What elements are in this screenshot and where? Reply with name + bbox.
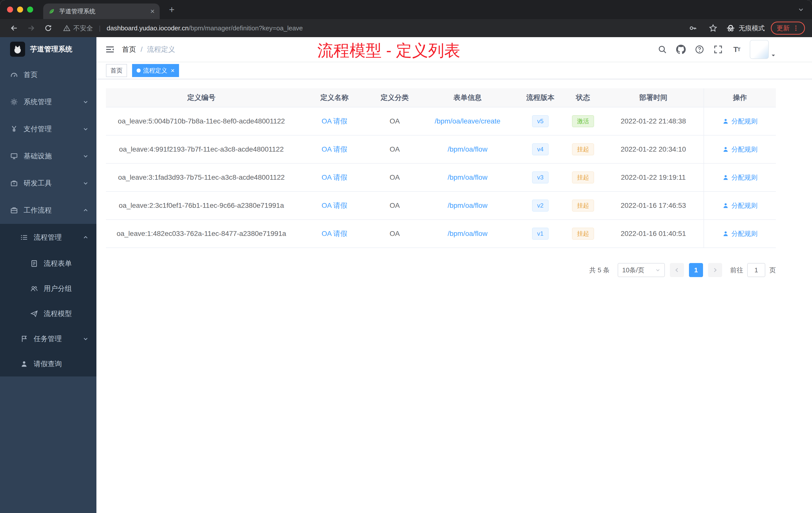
form-link[interactable]: /bpm/oa/flow (448, 145, 488, 153)
status-tag: 挂起 (572, 172, 594, 183)
page-number-button[interactable]: 1 (689, 263, 703, 277)
pagination-total: 共 5 条 (589, 266, 610, 275)
chevron-down-icon (83, 99, 88, 105)
url-host: dashboard.yudao.iocoder.cn (107, 24, 189, 32)
form-link[interactable]: /bpm/oa/flow (448, 174, 488, 181)
url-path: /bpm/manager/definition?key=oa_leave (188, 24, 303, 32)
sidebar-item-home[interactable]: 首页 (0, 61, 96, 88)
cell-version: v2 (518, 192, 563, 219)
sidebar-item-label: 支付管理 (24, 124, 52, 134)
fullscreen-icon[interactable] (713, 44, 724, 55)
infra-icon (10, 152, 18, 160)
new-tab-button[interactable]: + (165, 2, 179, 17)
search-icon[interactable] (657, 44, 668, 55)
sidebar-item-process-management[interactable]: 流程管理 (0, 224, 96, 251)
avatar[interactable] (750, 40, 769, 59)
column-header: 操作 (703, 88, 776, 107)
assign-rule-link[interactable]: 分配规则 (722, 230, 757, 238)
assign-rule-link[interactable]: 分配规则 (722, 145, 757, 154)
status-tag: 挂起 (572, 200, 594, 212)
page-size-select[interactable]: 10条/页 (618, 263, 665, 277)
definition-name-link[interactable]: OA 请假 (322, 145, 348, 154)
sidebar-item-payment[interactable]: 支付管理 (0, 116, 96, 143)
version-tag: v2 (532, 200, 548, 212)
close-window-button[interactable] (7, 6, 13, 12)
incognito-badge: 无痕模式 (726, 24, 765, 33)
definition-name-link[interactable]: OA 请假 (322, 173, 348, 182)
cell-form-info: /bpm/oa/leave/create (417, 108, 518, 135)
cell-version: v3 (518, 163, 563, 191)
assign-rule-link[interactable]: 分配规则 (722, 117, 757, 126)
url-field[interactable]: dashboard.yudao.iocoder.cn/bpm/manager/d… (107, 24, 683, 32)
assign-rule-label: 分配规则 (731, 145, 757, 154)
cell-version: v4 (518, 135, 563, 163)
sidebar-item-process-form[interactable]: 流程表单 (0, 251, 96, 276)
cell-actions: 分配规则 (703, 220, 776, 247)
version-tag: v4 (532, 143, 548, 155)
sidebar-item-task-management[interactable]: 任务管理 (0, 326, 96, 351)
sidebar-toggle-icon[interactable] (96, 44, 122, 55)
cell-definition-id: oa_leave:2:3c1f0ef1-76b1-11ec-9c66-a2380… (106, 192, 297, 219)
zoom-window-button[interactable] (27, 6, 33, 12)
tag-close-icon[interactable]: × (171, 67, 174, 74)
form-link[interactable]: /bpm/oa/flow (448, 230, 488, 238)
sidebar-item-leave-query[interactable]: 请假查询 (0, 351, 96, 376)
favicon (48, 8, 55, 15)
form-link[interactable]: /bpm/oa/leave/create (435, 117, 500, 125)
column-header: 定义分类 (372, 88, 417, 107)
sidebar-item-process-model[interactable]: 流程模型 (0, 301, 96, 326)
definition-name-link[interactable]: OA 请假 (322, 201, 348, 210)
sidebar-item-infrastructure[interactable]: 基础设施 (0, 143, 96, 170)
definition-name-link[interactable]: OA 请假 (322, 117, 348, 126)
prev-page-button[interactable] (670, 263, 684, 277)
tags-view: 首页 流程定义 × (96, 62, 812, 79)
traffic-lights (7, 6, 33, 12)
column-header: 定义名称 (297, 88, 372, 107)
cell-status: 激活 (563, 108, 603, 135)
user-menu[interactable] (750, 40, 776, 59)
update-button[interactable]: 更新 (771, 22, 805, 35)
cell-category: OA (372, 163, 417, 191)
next-page-button[interactable] (708, 263, 722, 277)
security-label: 不安全 (73, 24, 93, 33)
assign-rule-link[interactable]: 分配规则 (722, 201, 757, 210)
sidebar-item-workflow[interactable]: 工作流程 (0, 197, 96, 224)
security-indicator[interactable]: 不安全 | (63, 24, 104, 33)
tag-process-definition[interactable]: 流程定义 × (132, 64, 179, 77)
definition-name-link[interactable]: OA 请假 (322, 229, 348, 238)
github-icon[interactable] (675, 44, 687, 55)
address-bar: 不安全 | dashboard.yudao.iocoder.cn/bpm/man… (0, 19, 812, 37)
sidebar-item-label: 流程模型 (44, 309, 72, 319)
tag-home[interactable]: 首页 (106, 64, 127, 77)
browser-menu-icon[interactable] (793, 25, 799, 31)
tab-close-icon[interactable]: × (150, 7, 155, 15)
reload-icon[interactable] (41, 21, 55, 35)
top-navbar: 首页 / 流程定义 流程模型 - 定义列表 (96, 37, 812, 62)
sidebar-item-user-group[interactable]: 用户分组 (0, 276, 96, 301)
table-row: oa_leave:1:482ec033-762a-11ec-8477-a2380… (106, 220, 776, 248)
browser-tab[interactable]: 芋道管理系统 × (43, 3, 160, 19)
warning-icon (63, 25, 70, 32)
minimize-window-button[interactable] (17, 6, 23, 12)
table-row: oa_leave:4:991f2193-7b7f-11ec-a3c8-acde4… (106, 135, 776, 163)
back-icon[interactable] (7, 21, 21, 35)
cell-definition-name: OA 请假 (297, 108, 372, 135)
assign-rule-label: 分配规则 (731, 117, 757, 126)
breadcrumb-home[interactable]: 首页 (122, 45, 136, 54)
update-label: 更新 (777, 24, 790, 33)
column-header: 定义编号 (106, 88, 297, 107)
tab-search-chevron-icon[interactable] (798, 6, 804, 12)
goto-page-input[interactable] (747, 263, 765, 277)
status-tag: 挂起 (572, 143, 594, 155)
sidebar-item-system[interactable]: 系统管理 (0, 88, 96, 116)
sidebar-item-dev-tools[interactable]: 研发工具 (0, 170, 96, 197)
bookmark-star-icon[interactable] (706, 21, 720, 35)
breadcrumb-current: 流程定义 (147, 45, 175, 54)
font-size-icon[interactable]: TT (731, 44, 742, 55)
form-link[interactable]: /bpm/oa/flow (448, 202, 488, 210)
help-icon[interactable] (694, 44, 705, 55)
forward-icon[interactable] (24, 21, 38, 35)
key-icon[interactable] (686, 21, 700, 35)
assign-rule-link[interactable]: 分配规则 (722, 173, 757, 182)
sidebar-item-label: 研发工具 (24, 178, 52, 188)
